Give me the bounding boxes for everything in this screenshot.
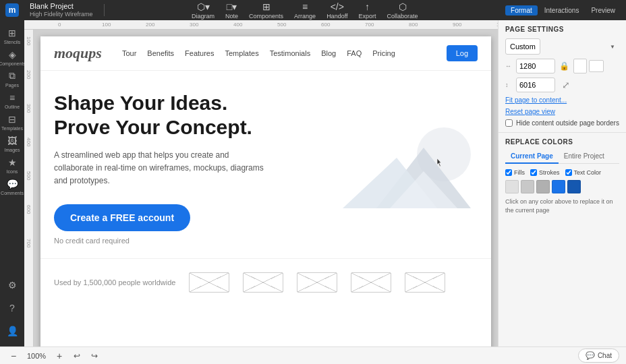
partner-logo-3 [297, 272, 337, 293]
lock-icon[interactable]: 🔒 [559, 61, 569, 71]
tab-entire-project[interactable]: Entire Project [559, 150, 610, 164]
fit-page-link[interactable]: Fit page to content... [505, 96, 567, 104]
hide-outside-checkbox[interactable] [505, 119, 513, 127]
avatar-btn[interactable]: 👤 [2, 321, 22, 341]
tool-handoff[interactable]: </> Handoff [326, 1, 347, 20]
mockup-nav-links: Tour Benefits Features Templates Testimo… [122, 49, 447, 57]
preset-select[interactable]: Custom [505, 38, 540, 55]
swatch-dark-blue[interactable] [567, 180, 581, 193]
ruler-vertical: 100 200 300 400 500 600 700 [24, 30, 34, 346]
swatch-dark-gray[interactable] [536, 180, 550, 193]
nav-templates: Templates [225, 49, 259, 57]
landscape-icon[interactable] [589, 60, 604, 72]
chat-icon: 💬 [586, 351, 595, 360]
tool-note[interactable]: □▾ Note [225, 1, 238, 20]
strokes-checkbox[interactable] [530, 169, 537, 176]
main-layout: ⊞ Stencils ◈ Components ⧉ Pages ≡ Outlin… [0, 20, 626, 346]
bottom-bar: − 100% + ↩ ↪ 💬 Chat [0, 346, 626, 364]
settings-btn[interactable]: ⚙ [2, 275, 22, 295]
toolbar-divider [104, 4, 105, 16]
toolbar: m Blank Project High Fidelity Wireframe … [0, 0, 626, 20]
mockup-footer-logos: Used by 1,500,000 people worldwide [40, 258, 491, 306]
undo-button[interactable]: ↩ [70, 349, 84, 363]
ruler-v-700: 700 [26, 239, 32, 272]
chat-button[interactable]: 💬 Chat [578, 348, 619, 363]
mockup-logo: moqups [54, 44, 102, 62]
ruler-mark-0: 0 [58, 22, 102, 28]
reset-view-row: Reset page view [505, 108, 619, 115]
partner-logo-5 [405, 272, 445, 293]
sidebar-item-outline[interactable]: ≡ Outline [2, 90, 22, 111]
ruler-mark-100: 100 [102, 22, 146, 28]
sidebar-item-pages[interactable]: ⧉ Pages [2, 69, 22, 89]
height-input[interactable] [516, 78, 555, 92]
nav-testimonials: Testimonials [270, 49, 311, 57]
canvas-area[interactable]: moqups Tour Benefits Features Templates … [34, 30, 498, 346]
sidebar-item-stencils[interactable]: ⊞ Stencils [2, 26, 22, 46]
sidebar-item-comments[interactable]: 💬 Comments [2, 177, 22, 197]
tool-collaborate[interactable]: ⬡ Collaborate [387, 1, 418, 20]
components-icon: ⊞ [262, 1, 271, 12]
project-name: Blank Project [30, 2, 93, 11]
ruler-mark-500: 500 [277, 22, 321, 28]
sidebar-item-icons[interactable]: ★ Icons [2, 155, 22, 175]
replace-hint: Click on any color above to replace it o… [505, 198, 619, 214]
toolbar-right-panels: Format Interactions Preview [505, 5, 621, 16]
mockup-login-button[interactable]: Log [447, 45, 478, 61]
portrait-icon[interactable] [573, 59, 587, 73]
toolbar-tools: ⬡▾ Diagram □▾ Note ⊞ Components ≡ Arrang… [115, 1, 495, 20]
nav-features: Features [185, 49, 214, 57]
swatch-light-gray[interactable] [505, 180, 519, 193]
format-panel-btn[interactable]: Format [505, 5, 538, 16]
zoom-level-display: 100% [24, 352, 49, 360]
mockup-hero-subtitle: A streamlined web app that helps you cre… [54, 149, 270, 188]
ruler-mark-300: 300 [190, 22, 233, 28]
left-sidebar: ⊞ Stencils ◈ Components ⧉ Pages ≡ Outlin… [0, 20, 24, 346]
zoom-in-button[interactable]: + [53, 349, 66, 363]
text-color-checkbox-item: Text Color [565, 169, 602, 176]
swatch-gray[interactable] [521, 180, 534, 193]
comments-icon: 💬 [7, 179, 18, 189]
cta-button[interactable]: Create a FREE account [54, 204, 190, 231]
stencils-icon: ⊞ [8, 28, 16, 38]
swatch-blue[interactable] [552, 180, 565, 193]
expand-icon[interactable]: ⤢ [562, 80, 570, 90]
ruler-mark-800: 800 [409, 22, 453, 28]
tab-current-page[interactable]: Current Page [505, 150, 559, 164]
settings-icon: ⚙ [8, 280, 17, 291]
tool-export[interactable]: ↑ Export [358, 1, 376, 20]
fills-checkbox[interactable] [505, 169, 512, 176]
diagram-icon: ⬡▾ [197, 1, 210, 12]
partner-logo-1 [189, 272, 229, 293]
ruler-v-500: 500 [26, 171, 32, 205]
partner-logo-2 [243, 272, 283, 293]
help-icon: ? [9, 303, 15, 313]
sidebar-item-images[interactable]: 🖼 Images [2, 133, 22, 154]
preview-panel-btn[interactable]: Preview [586, 5, 621, 16]
mockup-hero-title: Shape Your Ideas. Prove Your Concept. [54, 91, 329, 140]
text-color-checkbox[interactable] [565, 169, 572, 176]
collaborate-icon: ⬡ [399, 1, 407, 12]
pages-icon: ⧉ [9, 70, 16, 82]
fills-label: Fills [514, 169, 525, 176]
help-btn[interactable]: ? [2, 298, 22, 318]
width-input-group: ↔ [505, 59, 555, 73]
interactions-panel-btn[interactable]: Interactions [539, 5, 585, 16]
tool-diagram[interactable]: ⬡▾ Diagram [192, 1, 215, 20]
width-input[interactable] [516, 59, 555, 73]
sidebar-item-components[interactable]: ◈ Components [2, 47, 22, 67]
sidebar-bottom: ⚙ ? 👤 [2, 275, 22, 341]
reset-view-link[interactable]: Reset page view [505, 108, 555, 115]
mountain-illustration [336, 114, 471, 222]
strokes-checkbox-item: Strokes [530, 169, 560, 176]
zoom-out-button[interactable]: − [7, 349, 20, 363]
app-logo: m [5, 3, 19, 17]
nav-faq: FAQ [347, 49, 362, 57]
sidebar-item-templates[interactable]: ⊟ Templates [2, 112, 22, 132]
replace-colors-section: REPLACE COLORS Current Page Entire Proje… [499, 133, 626, 220]
tool-arrange[interactable]: ≡ Arrange [294, 1, 316, 20]
hero-title-line2: Prove Your Concept. [54, 115, 329, 140]
redo-button[interactable]: ↪ [88, 349, 101, 363]
page-settings-title: PAGE SETTINGS [505, 26, 619, 33]
tool-components[interactable]: ⊞ Components [249, 1, 283, 20]
